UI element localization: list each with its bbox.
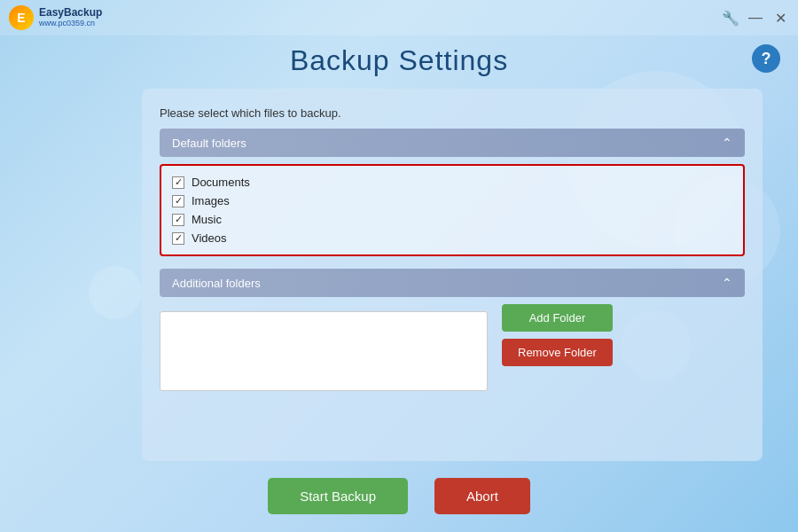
- app-name-block: EasyBackup www.pc0359.cn: [39, 7, 102, 27]
- folder-item-videos[interactable]: ✓ Videos: [172, 229, 732, 247]
- main-content-panel: Please select which files to backup. Def…: [142, 89, 763, 461]
- default-folders-box: ✓ Documents ✓ Images ✓ Music ✓ Videos: [160, 164, 745, 256]
- app-logo: E EasyBackup www.pc0359.cn: [9, 5, 102, 30]
- label-music: Music: [192, 213, 222, 226]
- folder-item-music[interactable]: ✓ Music: [172, 210, 732, 229]
- label-videos: Videos: [192, 231, 227, 245]
- titlebar: E EasyBackup www.pc0359.cn 🔧 — ✕: [0, 0, 798, 35]
- additional-folders-listbox[interactable]: [160, 311, 488, 391]
- app-url: www.pc0359.cn: [39, 20, 102, 28]
- titlebar-controls: 🔧 — ✕: [722, 9, 789, 27]
- label-images: Images: [192, 194, 230, 207]
- app-name: EasyBackup: [39, 7, 102, 19]
- app-logo-icon: E: [9, 5, 34, 30]
- start-backup-button[interactable]: Start Backup: [268, 478, 408, 514]
- label-documents: Documents: [192, 176, 250, 189]
- settings-icon[interactable]: 🔧: [722, 9, 739, 27]
- checkbox-documents[interactable]: ✓: [172, 176, 184, 189]
- checkbox-images[interactable]: ✓: [172, 195, 184, 207]
- default-folders-chevron[interactable]: ⌃: [722, 136, 732, 150]
- abort-button[interactable]: Abort: [434, 478, 530, 514]
- additional-folders-area: Add Folder Remove Folder: [160, 304, 745, 391]
- folder-item-documents[interactable]: ✓ Documents: [172, 173, 732, 192]
- close-button[interactable]: ✕: [771, 9, 789, 27]
- instruction-text: Please select which files to backup.: [160, 106, 745, 120]
- checkbox-music[interactable]: ✓: [172, 214, 184, 226]
- default-folders-label: Default folders: [172, 137, 246, 150]
- add-folder-button[interactable]: Add Folder: [502, 304, 613, 332]
- help-button[interactable]: ?: [752, 44, 780, 73]
- additional-folders-chevron[interactable]: ⌃: [722, 276, 732, 290]
- bottom-bar: Start Backup Abort: [0, 478, 798, 514]
- default-folders-header: Default folders ⌃: [160, 129, 745, 157]
- folder-item-images[interactable]: ✓ Images: [172, 192, 732, 210]
- remove-folder-button[interactable]: Remove Folder: [502, 339, 613, 366]
- additional-folders-label: Additional folders: [172, 277, 261, 290]
- folder-action-buttons: Add Folder Remove Folder: [502, 304, 613, 366]
- page-title: Backup Settings: [0, 44, 798, 77]
- minimize-button[interactable]: —: [747, 9, 764, 27]
- checkbox-videos[interactable]: ✓: [172, 232, 184, 245]
- additional-folders-header: Additional folders ⌃: [160, 269, 745, 297]
